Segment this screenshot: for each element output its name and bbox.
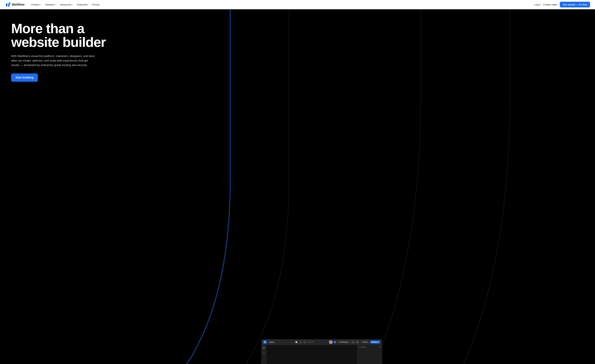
right-panel-settings-icon[interactable]: ⚙	[379, 346, 381, 348]
editor-body: + ⊟ ☐ Section ··· ⚙	[261, 345, 382, 364]
pencil-icon: ✏	[339, 341, 340, 343]
get-started-button[interactable]: Get started — it's free	[560, 2, 590, 7]
logo-link[interactable]: Webflow	[5, 2, 24, 7]
start-building-button[interactable]: Start building	[11, 73, 38, 82]
nav-links: Product ▾ Solutions ▾ Resources ▾ Enterp…	[29, 2, 534, 7]
editor-left-panel: + ⊟	[261, 345, 266, 364]
resources-chevron-icon: ▾	[72, 4, 73, 5]
right-panel-more-icon[interactable]: ···	[377, 346, 379, 348]
editor-logo-icon: W	[263, 340, 267, 344]
hero-title: More than a website builder	[11, 22, 120, 49]
code-icon[interactable]: </>	[351, 340, 355, 344]
tablet-icon[interactable]: ▭	[299, 340, 302, 344]
nav-solutions[interactable]: Solutions ▾	[43, 2, 58, 7]
nav-enterprise[interactable]: Enterprise	[75, 2, 90, 7]
editor-mockup: W Home ··· ⬜ ▭ ▯ 1291 PX 2 ✏ Designing ▾…	[261, 339, 382, 364]
webflow-logo-icon	[5, 2, 11, 7]
canvas-dimension: 1291 PX	[308, 341, 314, 343]
share-icon: ↑	[362, 341, 363, 343]
layers-icon[interactable]: ⊟	[262, 350, 266, 354]
solutions-chevron-icon: ▾	[55, 4, 56, 5]
nav-resources[interactable]: Resources ▾	[58, 2, 75, 7]
collaborator-count: 2	[334, 341, 336, 343]
publish-chevron-icon: ▾	[378, 341, 379, 343]
section-checkbox-icon: ☐	[359, 346, 360, 348]
login-link[interactable]: Log in	[534, 3, 541, 6]
editor-right-panel: ☐ Section ··· ⚙	[357, 345, 382, 364]
hero-subtitle: With Webflow's visual-first platform, ma…	[11, 54, 95, 67]
editor-actions: 2 ✏ Designing ▾ </> ▶ ↑ Share Publish ▾	[329, 340, 380, 344]
contact-sales-link[interactable]: Contact sales	[543, 3, 557, 6]
product-chevron-icon: ▾	[40, 4, 41, 5]
share-button[interactable]: ↑ Share	[361, 341, 369, 343]
navbar: Webflow Product ▾ Solutions ▾ Resources …	[0, 0, 595, 9]
editor-canvas[interactable]	[266, 345, 357, 364]
play-icon[interactable]: ▶	[356, 340, 360, 344]
add-element-icon[interactable]: +	[262, 346, 266, 350]
editor-more-icon[interactable]: ···	[291, 341, 293, 343]
nav-product[interactable]: Product ▾	[29, 2, 42, 7]
mobile-icon[interactable]: ▯	[303, 340, 307, 344]
editor-device-icons: ⬜ ▭ ▯	[295, 340, 307, 344]
desktop-icon[interactable]: ⬜	[295, 340, 298, 344]
hero-section: More than a website builder With Webflow…	[0, 9, 595, 364]
nav-pricing[interactable]: Pricing	[90, 2, 101, 7]
logo-text: Webflow	[12, 3, 24, 6]
editor-topbar: W Home ··· ⬜ ▭ ▯ 1291 PX 2 ✏ Designing ▾…	[261, 339, 382, 345]
editor-home-tab[interactable]: Home	[268, 341, 276, 343]
right-panel-section-title: ☐ Section ··· ⚙	[359, 346, 381, 348]
publish-button[interactable]: Publish ▾	[370, 341, 380, 343]
nav-right: Log in Contact sales Get started — it's …	[534, 2, 590, 7]
hero-content: More than a website builder With Webflow…	[11, 22, 120, 82]
mode-chevron-icon: ▾	[348, 341, 349, 343]
mode-selector[interactable]: ✏ Designing ▾	[337, 341, 350, 343]
avatar-icon	[329, 340, 333, 344]
